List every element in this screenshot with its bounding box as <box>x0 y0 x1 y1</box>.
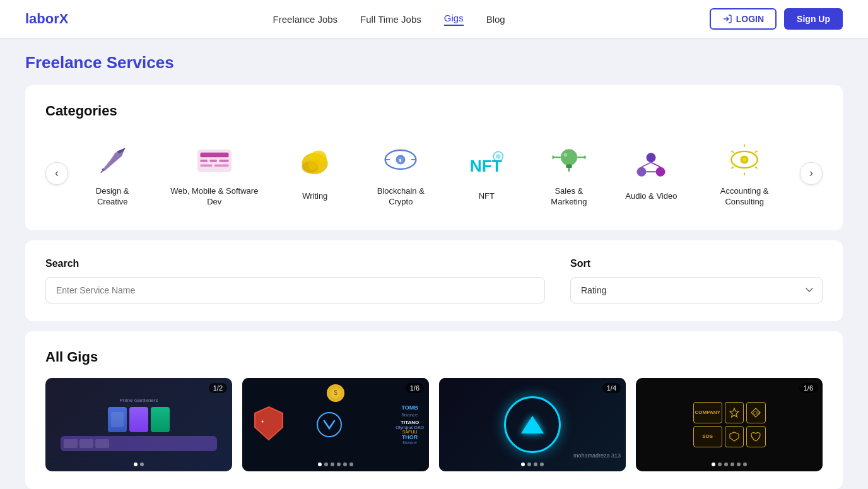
webdev-icon <box>194 139 235 180</box>
logo-cell-1: COMPANY <box>693 402 722 423</box>
gigs-section: All Gigs Prime Gardeners <box>25 331 843 489</box>
dot-4-0 <box>712 462 715 466</box>
svg-rect-3 <box>200 160 207 162</box>
svg-rect-22 <box>566 165 572 168</box>
svg-point-28 <box>637 167 647 177</box>
gig2-coin: $ <box>327 384 344 402</box>
search-sort-card: Search Sort Rating Price: Low to High Pr… <box>25 240 843 321</box>
gig-card-4[interactable]: COMPANY CM SOS <box>636 378 823 471</box>
svg-point-26 <box>563 153 567 157</box>
svg-marker-43 <box>730 408 739 417</box>
page-content: Freelance Services Categories ‹ <box>0 38 868 489</box>
gig-card-1[interactable]: Prime Gardeners 1/2 <box>45 378 232 471</box>
gig1-content: Prime Gardeners <box>45 378 232 471</box>
gig2-badge: 1/6 <box>406 383 424 393</box>
svg-rect-6 <box>200 165 212 167</box>
gig-card-2[interactable]: + $ TOMB finance TITANO Olympus DAO SAFU… <box>242 378 429 471</box>
dot-2-0 <box>318 462 322 466</box>
nav-full-time-jobs[interactable]: Full Time Jobs <box>360 14 421 25</box>
categories-title: Categories <box>45 103 823 119</box>
dot-3-3 <box>540 462 544 466</box>
svg-rect-4 <box>209 160 216 162</box>
carousel-prev-button[interactable]: ‹ <box>45 162 68 185</box>
search-group: Search <box>45 258 545 303</box>
svg-rect-5 <box>219 160 228 162</box>
gig1-subtitle: Prime Gardeners <box>120 398 158 403</box>
dot-4-5 <box>743 462 747 466</box>
category-design[interactable]: Design & Creative <box>73 134 151 213</box>
figure3 <box>151 407 170 432</box>
gig1-dots <box>134 462 144 466</box>
categories-list: Design & Creative <box>73 134 795 213</box>
writing-label: Writing <box>302 191 327 202</box>
gig3-content: mohamadreza 313 <box>439 378 626 471</box>
dot-4-3 <box>730 462 734 466</box>
logo-cell-4: SOS <box>693 426 722 447</box>
gig1-figures <box>108 407 170 432</box>
dot-1-1 <box>140 462 144 466</box>
carousel-next-button[interactable]: › <box>800 162 823 185</box>
gigs-title: All Gigs <box>45 349 823 365</box>
dot-3-1 <box>527 462 531 466</box>
page-title: Freelance Services <box>25 53 843 73</box>
webdev-label: Web, Mobile & Software Dev <box>164 186 264 208</box>
gig2-v-icon <box>323 420 336 430</box>
gigs-grid: Prime Gardeners 1/2 <box>45 378 823 471</box>
logo-star-icon <box>729 407 740 418</box>
gig2-shield-container: + <box>254 406 284 444</box>
dot-3-0 <box>521 462 525 466</box>
gig3-author: mohamadreza 313 <box>573 452 621 459</box>
gig4-content: COMPANY CM SOS <box>636 378 823 471</box>
dot-4-2 <box>724 462 728 466</box>
accounting-icon <box>724 139 765 180</box>
categories-carousel: ‹ <box>45 134 823 213</box>
logo-diamond-icon: CM <box>750 407 761 418</box>
dot-2-5 <box>349 462 353 466</box>
gig2-shield-icon: + <box>254 406 284 441</box>
category-sales[interactable]: Sales & Marketing <box>529 134 608 213</box>
svg-text:+: + <box>261 419 264 425</box>
dot-3-2 <box>534 462 537 466</box>
logo-cell-6 <box>746 426 765 447</box>
gig1-bottom <box>61 436 217 451</box>
logo-cell-3: CM <box>746 402 765 423</box>
writing-icon <box>295 144 335 185</box>
svg-point-20 <box>496 155 501 160</box>
logo-cell-5 <box>725 426 744 447</box>
category-accounting[interactable]: Accounting & Consulting <box>694 134 795 213</box>
svg-line-30 <box>642 163 651 168</box>
gig2-dots <box>318 462 353 466</box>
login-button[interactable]: LOGIN <box>710 8 777 30</box>
nav-blog[interactable]: Blog <box>486 14 505 25</box>
svg-line-41 <box>732 151 734 153</box>
dot-1-0 <box>134 462 138 466</box>
blockchain-label: Blockchain & Crypto <box>365 186 436 208</box>
audio-label: Audio & Video <box>625 191 677 202</box>
svg-line-40 <box>755 167 758 168</box>
gig2-logo <box>317 412 342 437</box>
design-label: Design & Creative <box>81 186 144 208</box>
sales-label: Sales & Marketing <box>537 186 601 208</box>
sort-select[interactable]: Rating Price: Low to High Price: High to… <box>570 277 823 303</box>
svg-text:NFT: NFT <box>470 157 502 176</box>
svg-rect-2 <box>200 153 228 158</box>
category-nft[interactable]: NFT NFT <box>449 139 524 207</box>
signup-button[interactable]: Sign Up <box>784 8 843 30</box>
gig-card-3[interactable]: mohamadreza 313 1/4 <box>439 378 626 471</box>
gig2-content: + $ TOMB finance TITANO Olympus DAO SAFU… <box>242 378 429 471</box>
design-icon <box>92 139 132 180</box>
gig4-logo-grid: COMPANY CM SOS <box>693 402 766 447</box>
category-writing[interactable]: Writing <box>277 139 353 207</box>
svg-rect-7 <box>214 165 229 167</box>
category-audio[interactable]: Audio & Video <box>613 139 689 207</box>
dot-4-4 <box>737 462 741 466</box>
search-input[interactable] <box>45 277 545 303</box>
logo: laborX <box>25 11 68 27</box>
gig3-badge: 1/4 <box>602 383 621 393</box>
gig3-circle <box>504 396 561 453</box>
category-blockchain[interactable]: $ Blockchain & Crypto <box>358 134 443 213</box>
nav-gigs[interactable]: Gigs <box>444 13 464 26</box>
search-sort-row: Search Sort Rating Price: Low to High Pr… <box>45 258 823 303</box>
category-webdev[interactable]: Web, Mobile & Software Dev <box>156 134 272 213</box>
nav-freelance-jobs[interactable]: Freelance Jobs <box>273 14 338 25</box>
